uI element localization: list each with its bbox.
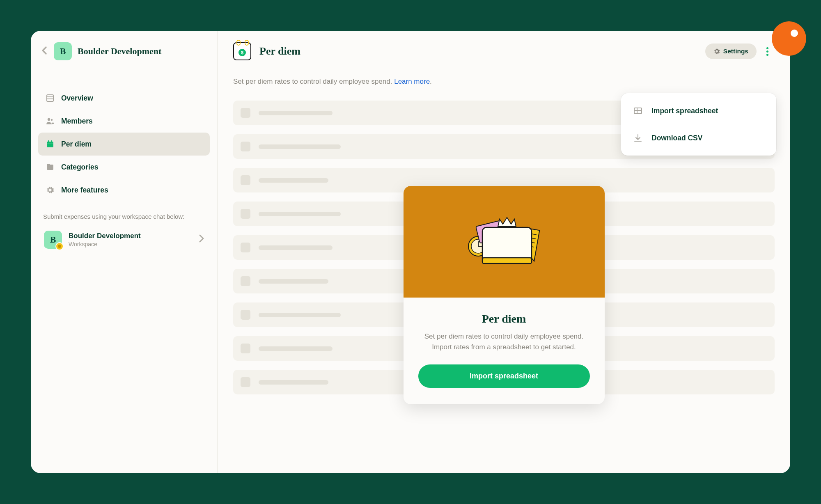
sidebar-item-morefeatures[interactable]: More features xyxy=(38,179,210,202)
sidebar-item-label: Members xyxy=(61,117,93,126)
status-badge-icon xyxy=(55,242,64,250)
kebab-menu-button[interactable] xyxy=(760,44,775,59)
dot-icon xyxy=(766,54,768,56)
members-icon xyxy=(46,117,55,126)
svg-rect-8 xyxy=(47,144,53,144)
import-spreadsheet-button[interactable]: Import spreadsheet xyxy=(418,364,590,388)
svg-rect-6 xyxy=(48,140,49,142)
app-frame: B Boulder Development Overview Members xyxy=(31,31,790,473)
sidebar-item-label: Per diem xyxy=(61,140,92,149)
svg-rect-5 xyxy=(47,142,53,147)
sidebar-nav: Overview Members Per diem Categories xyxy=(38,70,210,202)
sidebar-header: B Boulder Development xyxy=(38,42,210,70)
svg-point-3 xyxy=(48,118,50,121)
card-title: Per diem xyxy=(418,312,590,325)
dot-icon xyxy=(766,47,768,49)
card-description: Set per diem rates to control daily empl… xyxy=(418,331,590,352)
sidebar: B Boulder Development Overview Members xyxy=(31,31,218,473)
svg-rect-22 xyxy=(482,258,532,263)
sidebar-item-label: More features xyxy=(61,186,108,195)
card-hero-illustration xyxy=(404,186,605,298)
page-subtitle: Set per diem rates to control daily empl… xyxy=(233,78,775,86)
workspace-chat-avatar: B xyxy=(44,231,62,249)
sidebar-item-overview[interactable]: Overview xyxy=(38,87,210,110)
svg-rect-0 xyxy=(47,95,53,101)
sidebar-item-members[interactable]: Members xyxy=(38,110,210,133)
dropdown-download-csv[interactable]: Download CSV xyxy=(621,124,776,151)
workspace-chat-row[interactable]: B Boulder Development Workspace xyxy=(38,226,210,254)
learn-more-link[interactable]: Learn more xyxy=(394,78,430,85)
actions-dropdown: Import spreadsheet Download CSV xyxy=(621,93,776,156)
workspace-chat-name: Boulder Development xyxy=(69,232,193,240)
dropdown-item-label: Import spreadsheet xyxy=(651,107,718,115)
dropdown-import-spreadsheet[interactable]: Import spreadsheet xyxy=(621,97,776,124)
dot-icon xyxy=(766,50,768,53)
page-title: Per diem xyxy=(259,45,300,57)
workspace-name: Boulder Development xyxy=(78,46,161,57)
workspace-avatar: B xyxy=(54,42,72,60)
sidebar-item-label: Overview xyxy=(61,94,93,103)
settings-button[interactable]: Settings xyxy=(705,44,757,59)
calendar-icon xyxy=(46,140,55,149)
download-icon xyxy=(633,133,642,142)
perdiem-page-icon: $ xyxy=(233,42,251,60)
chevron-right-icon xyxy=(199,234,204,245)
svg-point-4 xyxy=(51,119,53,121)
overview-icon xyxy=(46,94,55,103)
settings-label: Settings xyxy=(723,48,748,55)
dropdown-item-label: Download CSV xyxy=(651,134,702,142)
back-icon[interactable] xyxy=(41,46,48,57)
svg-rect-7 xyxy=(51,140,53,142)
sidebar-item-perdiem[interactable]: Per diem xyxy=(38,133,210,156)
folder-icon xyxy=(46,163,55,172)
help-fab-icon[interactable] xyxy=(772,21,806,56)
gear-icon xyxy=(46,186,55,195)
table-icon xyxy=(633,106,642,115)
main-content: $ Per diem Settings Set per diem rates t… xyxy=(218,31,790,473)
sidebar-item-categories[interactable]: Categories xyxy=(38,156,210,179)
perdiem-intro-card: Per diem Set per diem rates to control d… xyxy=(404,186,605,404)
sidebar-hint: Submit expenses using your workspace cha… xyxy=(38,202,210,226)
sidebar-item-label: Categories xyxy=(61,163,98,172)
workspace-chat-subtitle: Workspace xyxy=(69,241,193,247)
main-header: $ Per diem Settings xyxy=(233,42,775,60)
gear-icon xyxy=(713,48,720,55)
